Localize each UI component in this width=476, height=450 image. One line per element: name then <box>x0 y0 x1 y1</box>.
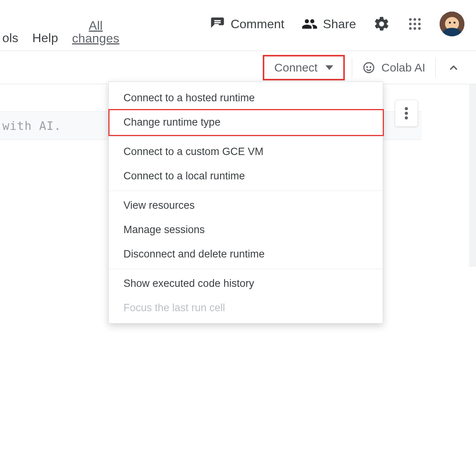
share-button[interactable]: Share <box>301 16 356 32</box>
colab-ai-icon <box>362 61 375 74</box>
connect-button[interactable]: Connect <box>263 55 345 80</box>
svg-point-7 <box>414 27 416 30</box>
account-avatar[interactable] <box>440 12 464 36</box>
svg-point-3 <box>409 23 412 26</box>
comment-icon <box>210 16 225 32</box>
svg-point-1 <box>414 18 416 21</box>
dropdown-item[interactable]: View resources <box>109 193 383 218</box>
svg-point-14 <box>405 116 408 119</box>
share-label: Share <box>323 17 356 31</box>
cell-placeholder-text: with AI. <box>2 119 62 133</box>
colab-ai-label: Colab AI <box>382 61 425 74</box>
svg-point-0 <box>409 18 412 21</box>
menu-tools[interactable]: ols <box>0 28 21 51</box>
settings-button[interactable] <box>373 15 390 32</box>
gear-icon <box>373 15 390 32</box>
dropdown-item[interactable]: Connect to a custom GCE VM <box>109 140 383 164</box>
connect-dropdown-menu: Connect to a hosted runtimeChange runtim… <box>108 82 383 324</box>
app-top-bar: ols Help All changes Comment Share <box>0 0 476 51</box>
apps-button[interactable] <box>407 16 423 32</box>
menu-help[interactable]: Help <box>30 28 61 51</box>
apps-grid-icon <box>407 16 423 32</box>
caret-down-icon <box>325 65 333 70</box>
dropdown-item[interactable]: Connect to a hosted runtime <box>109 86 383 110</box>
svg-point-4 <box>414 23 416 26</box>
more-vert-icon <box>404 107 408 119</box>
svg-point-12 <box>405 107 408 110</box>
comment-label: Comment <box>231 17 284 31</box>
notebook-toolbar: Connect Colab AI <box>0 51 476 84</box>
svg-point-6 <box>409 27 412 30</box>
connect-label: Connect <box>274 61 318 74</box>
scrollbar[interactable] <box>469 84 476 267</box>
dropdown-item[interactable]: Disconnect and delete runtime <box>109 242 383 266</box>
svg-point-10 <box>366 66 368 68</box>
svg-point-2 <box>418 18 421 21</box>
menu-all-changes[interactable]: All changes <box>70 16 122 51</box>
cell-overflow-menu-button[interactable] <box>395 100 418 127</box>
toolbar-right-cluster: Connect Colab AI <box>263 51 464 84</box>
svg-point-11 <box>370 66 372 68</box>
people-icon <box>301 16 318 32</box>
chevron-up-icon <box>448 62 459 73</box>
svg-point-13 <box>405 112 408 115</box>
dropdown-item[interactable]: Manage sessions <box>109 218 383 242</box>
dropdown-separator <box>109 191 383 191</box>
dropdown-item[interactable]: Change runtime type <box>109 110 383 135</box>
dropdown-separator <box>109 269 383 269</box>
dropdown-item[interactable]: Show executed code history <box>109 271 383 296</box>
dropdown-item: Focus the last run cell <box>109 296 383 320</box>
top-actions: Comment Share <box>210 12 464 36</box>
dropdown-item[interactable]: Connect to a local runtime <box>109 164 383 188</box>
comment-button[interactable]: Comment <box>210 16 284 32</box>
colab-ai-button[interactable]: Colab AI <box>359 61 428 74</box>
separator <box>352 58 352 77</box>
svg-point-8 <box>418 27 421 30</box>
separator <box>435 58 436 77</box>
svg-point-5 <box>418 23 421 26</box>
dropdown-separator <box>109 137 383 137</box>
collapse-toolbar-button[interactable] <box>443 57 464 78</box>
menu-bar: ols Help All changes <box>0 27 122 51</box>
svg-point-9 <box>364 63 374 73</box>
